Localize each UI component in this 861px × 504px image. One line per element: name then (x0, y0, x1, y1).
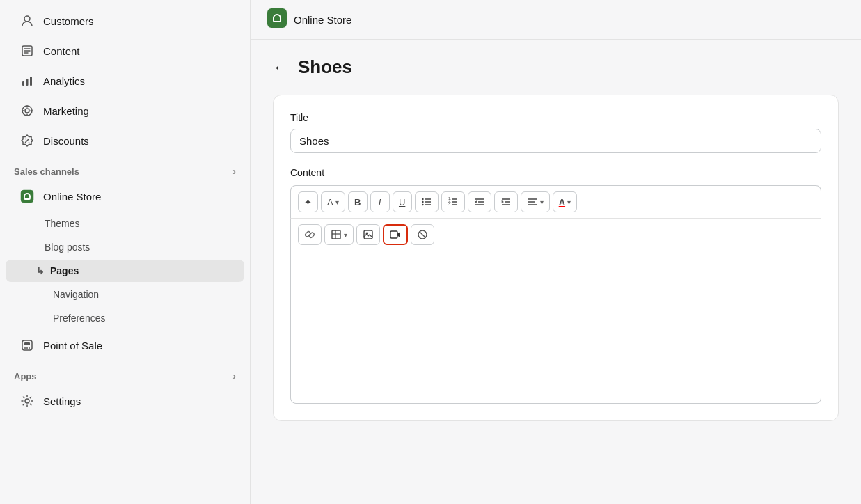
topbar-store-icon (267, 8, 287, 31)
color-chevron-icon: ▾ (567, 198, 571, 206)
font-chevron-icon: ▾ (335, 198, 339, 206)
customers-icon (19, 13, 35, 29)
sidebar-label-content: Content (43, 45, 80, 57)
sidebar-label-pos: Point of Sale (43, 340, 102, 352)
link-btn[interactable] (298, 224, 322, 245)
chevron-right-apps-icon: › (232, 370, 236, 381)
pages-arrow-icon: ↳ (36, 265, 45, 276)
pos-icon (19, 338, 35, 353)
svg-point-11 (26, 347, 28, 349)
svg-rect-14 (267, 8, 287, 28)
image-btn[interactable] (356, 224, 380, 245)
topbar-title: Online Store (294, 14, 351, 26)
main-content: Online Store ← Shoes Title Content ✦ (251, 0, 861, 504)
sidebar-item-preferences[interactable]: Preferences (6, 307, 244, 329)
svg-point-16 (422, 201, 423, 203)
font-toolbar-btn[interactable]: A ▾ (321, 191, 345, 212)
sidebar-item-discounts[interactable]: Discounts (6, 126, 244, 155)
sidebar-item-navigation[interactable]: Navigation (6, 283, 244, 306)
svg-point-10 (24, 347, 26, 349)
sidebar-item-marketing[interactable]: Marketing (6, 96, 244, 125)
svg-rect-7 (21, 190, 33, 203)
sidebar-item-pos[interactable]: Point of Sale (6, 331, 244, 360)
video-btn[interactable] (383, 224, 408, 245)
sidebar-label-customers: Customers (43, 15, 94, 27)
svg-rect-2 (22, 81, 24, 86)
apps-header: Apps › (0, 361, 250, 386)
ai-toolbar-btn[interactable]: ✦ (298, 191, 318, 212)
align-btn[interactable]: ▾ (521, 191, 550, 212)
svg-rect-36 (332, 230, 340, 239)
topbar: Online Store (251, 0, 861, 40)
sidebar-item-pages[interactable]: ↳ Pages (6, 260, 244, 282)
remove-format-btn[interactable] (411, 224, 434, 245)
sidebar-label-blog-posts: Blog posts (45, 242, 90, 253)
chevron-right-icon: › (232, 166, 236, 177)
svg-point-0 (24, 16, 30, 22)
align-chevron-icon: ▾ (540, 198, 544, 206)
sidebar-item-blog-posts[interactable]: Blog posts (6, 236, 244, 258)
sidebar-item-settings[interactable]: Settings (6, 386, 244, 416)
svg-point-17 (422, 204, 423, 205)
svg-point-6 (25, 109, 29, 113)
italic-toolbar-btn[interactable]: I (370, 191, 390, 212)
svg-rect-9 (24, 342, 30, 345)
svg-rect-39 (364, 230, 372, 239)
svg-rect-41 (390, 231, 397, 238)
sales-channels-header: Sales channels › (0, 156, 250, 181)
svg-point-12 (29, 347, 30, 349)
sidebar-item-themes[interactable]: Themes (6, 212, 244, 235)
editor-toolbar-row2: ▾ (290, 218, 821, 251)
back-button[interactable]: ← (273, 58, 288, 77)
sidebar-label-online-store: Online Store (43, 191, 101, 203)
sidebar-item-customers[interactable]: Customers (6, 6, 244, 36)
content-icon (19, 43, 35, 58)
table-chevron-icon: ▾ (344, 231, 347, 239)
marketing-icon (19, 103, 35, 118)
title-field-label: Title (290, 112, 821, 123)
page-content-area: ← Shoes Title Content ✦ A ▾ (251, 40, 861, 504)
bullet-list-btn[interactable] (415, 191, 439, 212)
page-title: Shoes (298, 56, 352, 78)
editor-toolbar: ✦ A ▾ B I U (290, 185, 821, 218)
table-btn[interactable]: ▾ (324, 224, 354, 245)
svg-text:3.: 3. (448, 202, 451, 206)
editor-body[interactable] (290, 251, 821, 404)
sidebar-label-navigation: Navigation (53, 289, 99, 300)
indent-decrease-btn[interactable] (468, 191, 491, 212)
sidebar-label-analytics: Analytics (43, 75, 85, 87)
sidebar-label-pages: Pages (50, 265, 79, 276)
sidebar-label-preferences: Preferences (53, 313, 105, 324)
analytics-icon (19, 73, 35, 88)
settings-icon (19, 393, 35, 409)
svg-point-13 (25, 399, 29, 403)
content-field-label: Content (290, 167, 821, 178)
bold-toolbar-btn[interactable]: B (348, 191, 368, 212)
svg-point-15 (422, 198, 423, 200)
underline-toolbar-btn[interactable]: U (393, 191, 412, 212)
svg-point-40 (366, 233, 368, 235)
svg-rect-3 (26, 79, 29, 86)
sidebar-label-marketing: Marketing (43, 105, 89, 117)
title-input[interactable] (290, 129, 821, 153)
sidebar-label-discounts: Discounts (43, 135, 89, 147)
online-store-icon (19, 189, 35, 204)
sidebar-item-content[interactable]: Content (6, 36, 244, 65)
ordered-list-btn[interactable]: 1. 2. 3. (441, 191, 465, 212)
svg-rect-4 (30, 77, 32, 86)
sidebar-item-analytics[interactable]: Analytics (6, 66, 244, 95)
svg-line-43 (420, 232, 425, 237)
sidebar-item-online-store[interactable]: Online Store (6, 182, 244, 211)
indent-increase-btn[interactable] (494, 191, 518, 212)
color-btn[interactable]: A ▾ (553, 191, 577, 212)
discounts-icon (19, 133, 35, 148)
editor-card: Title Content ✦ A ▾ B (273, 95, 839, 421)
sidebar-label-themes: Themes (45, 218, 80, 229)
page-header: ← Shoes (273, 56, 839, 78)
sidebar-label-settings: Settings (43, 395, 81, 407)
sidebar: Customers Content Analytics (0, 0, 251, 504)
